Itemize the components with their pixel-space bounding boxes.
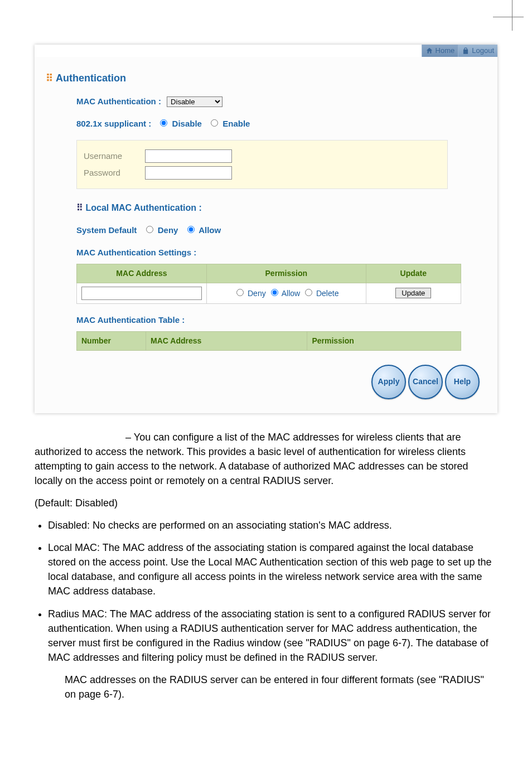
supplicant-row: 802.1x supplicant : Disable Enable xyxy=(76,118,481,130)
perm-allow-radio[interactable] xyxy=(271,289,278,296)
mac-address-input[interactable] xyxy=(81,287,202,300)
supplicant-enable-label: Enable xyxy=(223,119,250,128)
supplicant-enable-radio[interactable] xyxy=(211,119,218,127)
local-mac-title: ⠿ Local MAC Authentication : xyxy=(76,201,481,214)
logout-icon xyxy=(462,47,470,55)
apply-button[interactable]: Apply xyxy=(371,365,406,399)
system-default-label: System Default xyxy=(76,224,137,236)
top-bar: Home Logout xyxy=(35,45,497,57)
system-default-deny-radio[interactable] xyxy=(146,226,153,233)
help-button[interactable]: Help xyxy=(445,365,480,399)
logout-button[interactable]: Logout xyxy=(458,45,497,57)
col-number: Number xyxy=(77,332,146,350)
title-bullet-icon: ⠿ xyxy=(46,72,52,84)
mac-settings-table: MAC Address Permission Update Deny Allow… xyxy=(76,264,461,303)
password-input[interactable] xyxy=(145,166,232,180)
system-default-row: System Default Deny Allow xyxy=(76,224,481,236)
crop-mark xyxy=(493,0,532,39)
perm-deny-radio[interactable] xyxy=(236,289,244,296)
supplicant-disable-label: Disable xyxy=(172,119,202,128)
mac-authentication-row: MAC Authentication : Disable xyxy=(76,95,481,108)
mac-auth-label: MAC Authentication : xyxy=(76,95,161,108)
note-paragraph: MAC addresses on the RADIUS server can b… xyxy=(65,673,497,702)
system-default-allow-radio[interactable] xyxy=(187,226,195,233)
deny-label: Deny xyxy=(158,225,178,235)
mac-auth-table: Number MAC Address Permission xyxy=(76,331,461,350)
bullet-local: Local MAC: The MAC address of the associ… xyxy=(48,540,497,598)
credentials-box: Username Password xyxy=(76,140,448,189)
local-mac-title-text: Local MAC Authentication : xyxy=(85,203,201,212)
bullet-radius: Radius MAC: The MAC address of the assoc… xyxy=(48,607,497,665)
update-button[interactable]: Update xyxy=(395,288,431,298)
home-icon xyxy=(425,47,433,55)
config-panel-screenshot: Home Logout ⠿ Authentication MAC Authent… xyxy=(35,45,497,413)
home-label: Home xyxy=(436,46,455,56)
logout-label: Logout xyxy=(472,46,494,56)
mac-settings-label: MAC Authentication Settings : xyxy=(76,246,481,259)
local-mac-bullet-icon: ⠿ xyxy=(76,203,82,212)
mac-auth-select[interactable]: Disable xyxy=(167,96,223,107)
col-update: Update xyxy=(366,264,461,283)
col-mac-address: MAC Address xyxy=(77,264,207,283)
col-permission-2: Permission xyxy=(307,332,461,350)
password-label: Password xyxy=(84,167,145,179)
supplicant-disable-radio[interactable] xyxy=(160,119,167,127)
perm-allow-label: Allow xyxy=(282,289,300,298)
panel-title-text: Authentication xyxy=(56,72,126,84)
permission-cell: Deny Allow Delete xyxy=(207,283,366,303)
mac-settings-row: Deny Allow Delete Update xyxy=(77,283,461,303)
cancel-button[interactable]: Cancel xyxy=(408,365,443,399)
action-button-row: Apply Cancel Help xyxy=(35,365,497,399)
col-permission: Permission xyxy=(207,264,366,283)
perm-deny-label: Deny xyxy=(248,289,266,298)
document-body: MAC Authentication – You can configure a… xyxy=(35,430,497,702)
intro-paragraph: – You can configure a list of the MAC ad… xyxy=(35,432,468,486)
mac-table-label: MAC Authentication Table : xyxy=(76,314,481,326)
allow-label: Allow xyxy=(199,225,221,235)
perm-delete-label: Delete xyxy=(316,289,338,298)
panel-title: ⠿ Authentication xyxy=(46,71,481,85)
username-input[interactable] xyxy=(145,149,232,163)
perm-delete-radio[interactable] xyxy=(305,289,312,296)
home-button[interactable]: Home xyxy=(422,45,458,57)
col-mac-address-2: MAC Address xyxy=(146,332,307,350)
supplicant-label: 802.1x supplicant : xyxy=(76,118,151,130)
username-label: Username xyxy=(84,150,145,162)
default-line: (Default: Disabled) xyxy=(35,496,497,510)
bullet-disabled: Disabled: No checks are performed on an … xyxy=(48,518,497,533)
